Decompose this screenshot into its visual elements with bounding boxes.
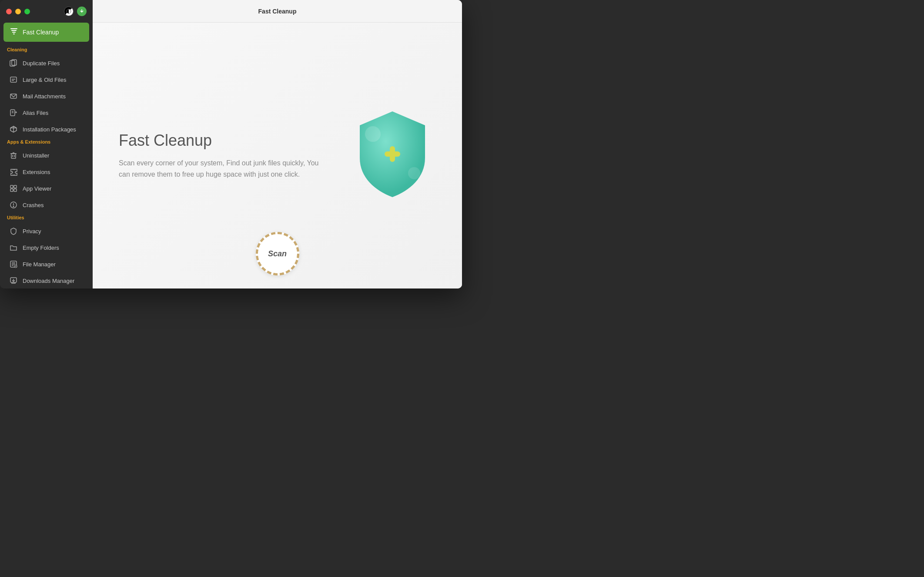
main-header-title: Fast Cleanup [258,8,297,15]
feature-text-area: Fast Cleanup Scan every corner of your s… [119,131,319,180]
sidebar-item-fast-cleanup[interactable]: Fast Cleanup [3,23,89,42]
empty-folders-label: Empty Folders [23,245,59,251]
close-button[interactable] [6,9,12,14]
svg-point-30 [13,206,14,207]
fast-cleanup-icon [10,27,18,37]
file-manager-icon [9,259,18,269]
package-icon [9,124,18,134]
svg-rect-26 [10,189,13,191]
app-viewer-label: App Viewer [23,185,51,192]
large-files-icon [9,75,18,84]
svg-point-42 [408,167,420,179]
extensions-label: Extensions [23,169,50,175]
title-bar [0,0,93,23]
maximize-button[interactable] [24,9,30,14]
scan-button-area: Scan [256,232,299,275]
sidebar-item-installation-packages[interactable]: Installation Packages [2,121,91,138]
sidebar-item-app-viewer[interactable]: App Viewer [2,180,91,197]
shield-container [349,108,436,204]
section-header-utilities: Utilities [0,213,93,223]
svg-rect-3 [10,28,17,29]
sidebar: Fast Cleanup Cleaning Duplicate Files La… [0,0,93,288]
shield-icon [349,108,436,204]
minimize-button[interactable] [15,9,21,14]
sidebar-item-duplicate-files[interactable]: Duplicate Files [2,55,91,71]
file-manager-label: File Manager [23,261,56,268]
sidebar-item-alias-files[interactable]: Alias Files [2,104,91,121]
sidebar-item-file-manager[interactable]: File Manager [2,256,91,272]
duplicate-files-icon [9,58,18,68]
sidebar-item-uninstaller[interactable]: Uninstaller [2,147,91,164]
sidebar-item-mail-attachments[interactable]: Mail Attachments [2,88,91,104]
main-header: Fast Cleanup [93,0,462,23]
svg-rect-24 [10,185,13,188]
privacy-label: Privacy [23,228,41,235]
section-header-cleaning: Cleaning [0,45,93,55]
sidebar-item-crashes[interactable]: Crashes [2,197,91,213]
main-content: Fast Cleanup Fast Cleanup Scan every cor… [93,0,462,288]
puzzle-icon [9,167,18,177]
trash-icon [9,151,18,160]
mail-icon [9,91,18,101]
sidebar-item-large-old-files[interactable]: Large & Old Files [2,71,91,88]
svg-rect-19 [11,154,16,158]
sidebar-item-privacy[interactable]: Privacy [2,223,91,239]
sidebar-item-extensions[interactable]: Extensions [2,164,91,180]
scan-button[interactable]: Scan [256,232,299,275]
downloads-manager-label: Downloads Manager [23,278,74,284]
contrast-icon[interactable] [64,7,74,16]
crash-icon [9,200,18,210]
svg-point-41 [365,126,381,142]
section-header-apps: Apps & Extensions [0,138,93,147]
crashes-label: Crashes [23,202,44,208]
sidebar-item-empty-folders[interactable]: Empty Folders [2,239,91,256]
fast-cleanup-label: Fast Cleanup [23,29,59,36]
feature-description: Scan every corner of your system, Find o… [119,158,319,180]
svg-rect-44 [390,146,395,162]
app-viewer-icon [9,184,18,193]
mail-attachments-label: Mail Attachments [23,93,66,100]
feature-title: Fast Cleanup [119,131,319,150]
uninstaller-label: Uninstaller [23,152,49,159]
svg-rect-6 [13,34,15,34]
svg-rect-25 [14,185,17,188]
svg-rect-9 [10,77,17,82]
svg-rect-27 [14,189,17,191]
alias-files-label: Alias Files [23,110,48,116]
installation-packages-label: Installation Packages [23,126,76,133]
folder-icon [9,243,18,252]
update-icon[interactable] [77,7,87,16]
duplicate-files-label: Duplicate Files [23,60,60,67]
privacy-icon [9,226,18,236]
alias-icon [9,108,18,117]
svg-rect-4 [11,30,17,31]
large-files-label: Large & Old Files [23,77,66,83]
sidebar-item-downloads-manager[interactable]: Downloads Manager [2,272,91,288]
main-body: Fast Cleanup Scan every corner of your s… [93,23,462,288]
scan-button-label: Scan [268,249,287,258]
downloads-icon [9,276,18,285]
svg-rect-5 [12,32,16,33]
